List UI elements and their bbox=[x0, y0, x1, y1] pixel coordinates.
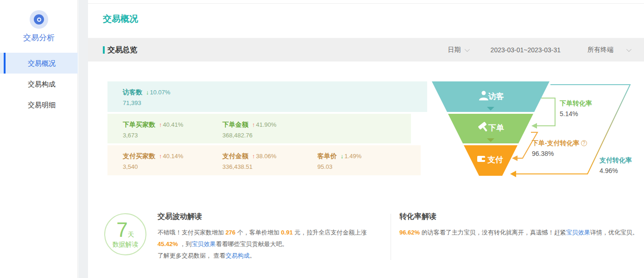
metric-change-pct: 38.06% bbox=[256, 153, 277, 160]
sidebar-item-0[interactable]: 交易概况 bbox=[0, 53, 78, 74]
rate-value: 5.14% bbox=[560, 110, 592, 117]
badge-caption: 数据解读 bbox=[105, 241, 145, 249]
inline-link[interactable]: 宝贝效果 bbox=[566, 229, 590, 236]
text-segment: 看看哪些宝贝贡献最大吧。 bbox=[216, 241, 288, 247]
inline-link[interactable]: 宝贝效果 bbox=[192, 241, 216, 247]
highlight-number: 45.42% bbox=[158, 241, 178, 247]
highlight-number: 276 bbox=[226, 229, 236, 236]
metric-label: 支付买家数 bbox=[123, 152, 155, 160]
metric-value: 3,540 bbox=[123, 163, 183, 170]
order-conversion-rate: 下单转化率 5.14% bbox=[560, 99, 592, 117]
page: 交易分析 交易概况交易构成交易明细 交易概况 交易总览 日期 2023-03-0… bbox=[0, 0, 644, 278]
metric-row-green: 下单买家数↑40.41%3,673下单金额↑41.90%368,482.76 bbox=[107, 114, 411, 143]
rate-label: 支付转化率 bbox=[600, 156, 632, 165]
badge-unit: 天 bbox=[128, 231, 134, 238]
metric-value: 3,673 bbox=[123, 132, 183, 139]
sidebar: 交易分析 交易概况交易构成交易明细 bbox=[0, 0, 78, 278]
date-dropdown-label: 日期 bbox=[448, 46, 461, 54]
text-segment: 详情，优化宝贝。 bbox=[590, 229, 638, 236]
rate-value: 96.38% bbox=[532, 150, 587, 157]
vertical-divider bbox=[391, 214, 391, 260]
text-segment: 的访客看了主力宝贝，没有转化就离开，真遗憾！赶紧 bbox=[420, 229, 566, 236]
rate-value: 4.96% bbox=[600, 167, 632, 174]
insight-text: 96.62% 的访客看了主力宝贝，没有转化就离开，真遗憾！赶紧宝贝效果详情，优化… bbox=[399, 227, 641, 238]
conversion-funnel: 访客 下单 支付 下单转化率 5.14% 下单-支付转化率? 96.38% 支付… bbox=[426, 76, 644, 190]
metric-label: 下单金额 bbox=[222, 121, 248, 128]
highlight-number: 0.91 bbox=[281, 229, 293, 236]
metric-value: 71,393 bbox=[123, 99, 170, 106]
metric-1-1[interactable]: 下单金额↑41.90%368,482.76 bbox=[222, 120, 277, 139]
arrowhead-icon bbox=[510, 171, 516, 177]
metric-row-orange: 支付买家数↑40.14%3,540支付金额↑38.06%336,438.51客单… bbox=[107, 145, 421, 175]
conversion-insight: 转化率解读 96.62% 的访客看了主力宝贝，没有转化就离开，真遗憾！赶紧宝贝效… bbox=[399, 212, 641, 238]
metric-2-1[interactable]: 支付金额↑38.06%336,438.51 bbox=[222, 152, 277, 170]
metric-value: 368,482.76 bbox=[222, 132, 277, 139]
insight-title: 交易波动解读 bbox=[158, 212, 370, 222]
highlight-number: 96.62% bbox=[399, 229, 420, 236]
up-arrow-icon: ↑ bbox=[159, 121, 162, 128]
metric-1-0[interactable]: 下单买家数↑40.41%3,673 bbox=[123, 120, 183, 139]
trade-fluctuation-insight: 交易波动解读 不错哦！支付买家数增加 276 个，客单价增加 0.91 元，拉升… bbox=[158, 212, 370, 261]
text-segment: 元，拉升全店支付金额上涨 bbox=[293, 229, 367, 236]
chevron-down-icon bbox=[464, 46, 469, 51]
funnel-stage-label: 下单 bbox=[488, 124, 504, 132]
up-arrow-icon: ↑ bbox=[252, 153, 255, 160]
up-arrow-icon: ↑ bbox=[159, 153, 162, 160]
badge-number: 7 bbox=[116, 218, 127, 241]
section-toolbar: 交易总览 日期 2023-03-01~2023-03-31 所有终端 bbox=[88, 38, 644, 62]
page-title: 交易概况 bbox=[103, 13, 138, 25]
metric-change-pct: 40.14% bbox=[163, 153, 183, 160]
metric-change-pct: 10.07% bbox=[150, 89, 170, 96]
funnel-stage-label: 访客 bbox=[488, 92, 504, 101]
help-icon[interactable]: ? bbox=[581, 140, 587, 146]
arrowhead-icon bbox=[531, 123, 537, 129]
rate-label: 下单转化率 bbox=[560, 99, 592, 108]
arrowhead-icon bbox=[512, 155, 518, 161]
inline-link[interactable]: 交易构成 bbox=[226, 252, 250, 259]
metric-label: 支付金额 bbox=[222, 152, 248, 160]
terminal-dropdown-label: 所有终端 bbox=[587, 46, 613, 54]
metric-0-0[interactable]: 访客数↓10.07%71,393 bbox=[123, 88, 170, 106]
metric-2-2[interactable]: 客单价↓1.49%95.03 bbox=[317, 152, 361, 170]
app-logo bbox=[0, 10, 78, 29]
metric-change-pct: 40.41% bbox=[163, 121, 183, 128]
payment-conversion-rate: 支付转化率 4.96% bbox=[600, 156, 632, 174]
text-segment: 了解更多交易数据， 查看 bbox=[158, 252, 226, 259]
top-divider bbox=[88, 3, 644, 4]
metric-2-0[interactable]: 支付买家数↑40.14%3,540 bbox=[123, 152, 183, 170]
wallet-icon bbox=[477, 156, 485, 162]
logo-circle-icon bbox=[30, 10, 48, 29]
sidebar-gap bbox=[78, 0, 88, 278]
down-arrow-icon: ↓ bbox=[146, 89, 149, 96]
seven-day-badge: 7天 数据解读 bbox=[104, 213, 146, 255]
text-segment: ，到 bbox=[178, 241, 192, 247]
metric-row-teal: 访客数↓10.07%71,393 bbox=[107, 81, 427, 112]
date-dropdown[interactable]: 日期 bbox=[448, 46, 468, 54]
sidebar-item-1[interactable]: 交易构成 bbox=[0, 74, 78, 94]
sidebar-menu: 交易概况交易构成交易明细 bbox=[0, 53, 78, 115]
chevron-down-icon bbox=[626, 46, 631, 51]
down-arrow-icon: ↓ bbox=[341, 153, 344, 160]
metric-value: 336,438.51 bbox=[222, 163, 277, 170]
up-arrow-icon: ↑ bbox=[252, 121, 255, 128]
metric-label: 访客数 bbox=[123, 88, 142, 96]
insight-title: 转化率解读 bbox=[399, 212, 641, 222]
metric-change-pct: 1.49% bbox=[345, 153, 362, 160]
rate-label: 下单-支付转化率 bbox=[532, 139, 580, 147]
date-range-picker[interactable]: 2023-03-01~2023-03-31 bbox=[491, 46, 561, 54]
order-pay-conversion-rate: 下单-支付转化率? 96.38% bbox=[532, 139, 587, 157]
section-title: 交易总览 bbox=[103, 45, 137, 55]
metric-label: 下单买家数 bbox=[123, 121, 155, 128]
sidebar-title: 交易分析 bbox=[0, 32, 78, 43]
insight-text: 了解更多交易数据， 查看交易构成。 bbox=[158, 250, 370, 261]
text-segment: 。 bbox=[250, 252, 256, 259]
insight-text: 不错哦！支付买家数增加 276 个，客单价增加 0.91 元，拉升全店支付金额上… bbox=[158, 227, 370, 250]
metric-value: 95.03 bbox=[317, 163, 361, 170]
terminal-dropdown[interactable]: 所有终端 bbox=[587, 46, 630, 54]
metric-label: 客单价 bbox=[317, 152, 337, 160]
funnel-stage-label: 支付 bbox=[487, 155, 503, 164]
text-segment: 不错哦！支付买家数增加 bbox=[158, 229, 226, 236]
metric-change-pct: 41.90% bbox=[256, 121, 277, 128]
sidebar-item-2[interactable]: 交易明细 bbox=[0, 94, 78, 115]
text-segment: 个，客单价增加 bbox=[235, 229, 281, 236]
